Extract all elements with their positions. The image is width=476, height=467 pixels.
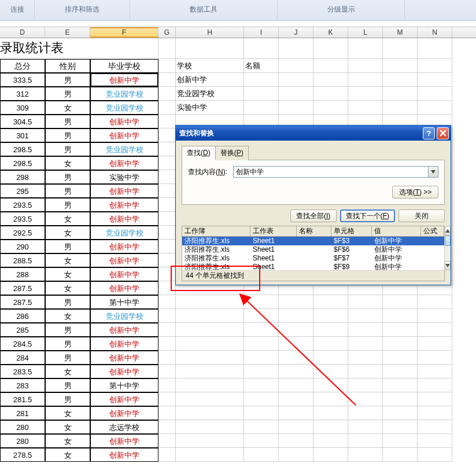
cell[interactable] <box>244 434 279 448</box>
cell[interactable] <box>313 87 348 101</box>
cell[interactable]: 第十中学 <box>90 295 158 309</box>
dialog-titlebar[interactable]: 查找和替换 ? <box>176 126 451 141</box>
cell[interactable] <box>158 267 176 281</box>
cell[interactable] <box>313 351 348 365</box>
cell[interactable] <box>158 392 176 406</box>
cell[interactable] <box>313 309 348 323</box>
result-row[interactable]: 济阳推荐生.xlsSheet1$F$6创新中学 <box>182 245 444 254</box>
cell[interactable] <box>418 38 452 59</box>
cell[interactable] <box>383 87 418 101</box>
cell[interactable]: 创新中学 <box>90 448 158 462</box>
cell[interactable]: 284 <box>0 351 45 365</box>
cell[interactable] <box>383 392 418 406</box>
cell[interactable]: 创新中学 <box>90 73 158 87</box>
cell[interactable]: 男 <box>45 142 90 156</box>
cell[interactable] <box>279 448 313 462</box>
ribbon-group[interactable]: 排序和筛选 <box>35 0 130 20</box>
cell[interactable] <box>279 420 313 434</box>
cell[interactable]: 290 <box>0 240 45 253</box>
cell[interactable]: 创新中学 <box>90 323 158 337</box>
cell[interactable] <box>176 420 244 434</box>
cell[interactable] <box>348 38 383 59</box>
cell[interactable] <box>176 365 244 378</box>
results-column-header[interactable]: 工作表 <box>250 226 297 237</box>
cell[interactable] <box>348 323 383 337</box>
cell[interactable]: 298.5 <box>0 142 45 156</box>
help-icon[interactable]: ? <box>423 127 435 139</box>
cell[interactable]: 男 <box>45 128 90 142</box>
cell[interactable]: 女 <box>45 267 90 281</box>
cell[interactable]: 283 <box>0 378 45 392</box>
cell[interactable] <box>158 253 176 267</box>
cell[interactable] <box>383 406 418 420</box>
column-header-H[interactable]: H <box>176 27 244 38</box>
result-row[interactable]: 济阳推荐生.xlsSheet1$F$7创新中学 <box>182 254 444 263</box>
results-column-header[interactable]: 名称 <box>297 226 331 237</box>
cell[interactable]: 男 <box>45 87 90 101</box>
cell[interactable]: 298.5 <box>0 156 45 170</box>
cell[interactable]: 创新中学 <box>90 115 158 128</box>
cell[interactable] <box>176 378 244 392</box>
cell[interactable] <box>313 101 348 115</box>
cell[interactable] <box>158 281 176 295</box>
cell[interactable] <box>383 101 418 115</box>
cell[interactable] <box>158 420 176 434</box>
cell[interactable]: 竞业园学校 <box>90 309 158 323</box>
cell[interactable] <box>158 170 176 184</box>
cell[interactable] <box>348 365 383 378</box>
cell[interactable] <box>158 87 176 101</box>
cell[interactable] <box>348 73 383 87</box>
cell[interactable]: 实验中学 <box>90 170 158 184</box>
cell[interactable] <box>313 38 348 59</box>
cell[interactable] <box>383 420 418 434</box>
cell[interactable] <box>158 128 176 142</box>
cell[interactable] <box>279 59 313 73</box>
find-next-button[interactable]: 查找下一个(F) <box>340 209 395 222</box>
cell[interactable]: 女 <box>45 226 90 240</box>
cell[interactable]: 292.5 <box>0 226 45 240</box>
cell[interactable] <box>313 392 348 406</box>
cell[interactable] <box>158 448 176 462</box>
cell[interactable]: 283.5 <box>0 365 45 378</box>
cell[interactable] <box>348 351 383 365</box>
cell[interactable] <box>418 309 452 323</box>
cell[interactable] <box>348 434 383 448</box>
cell[interactable] <box>279 392 313 406</box>
cell[interactable] <box>418 59 452 73</box>
cell[interactable] <box>244 406 279 420</box>
cell[interactable] <box>176 406 244 420</box>
cell[interactable] <box>383 378 418 392</box>
cell[interactable]: 女 <box>45 281 90 295</box>
cell[interactable] <box>348 309 383 323</box>
cell[interactable]: 创新中学 <box>90 212 158 226</box>
cell[interactable] <box>158 337 176 351</box>
cell[interactable]: 298 <box>0 170 45 184</box>
results-body[interactable]: 济阳推荐生.xlsSheet1$F$3创新中学济阳推荐生.xlsSheet1$F… <box>182 237 444 270</box>
cell[interactable] <box>158 434 176 448</box>
cell[interactable] <box>279 337 313 351</box>
scroll-down-icon[interactable] <box>445 261 451 270</box>
cell[interactable] <box>244 38 279 59</box>
options-button[interactable]: 选项(T) >> <box>392 186 438 198</box>
side-header[interactable]: 学校 <box>176 59 244 73</box>
cell[interactable] <box>418 337 452 351</box>
cell[interactable] <box>244 448 279 462</box>
cell[interactable] <box>383 309 418 323</box>
cell[interactable]: 竞业园学校 <box>90 226 158 240</box>
cell[interactable]: 278.5 <box>0 448 45 462</box>
find-all-button[interactable]: 查找全部(I) <box>290 209 337 222</box>
cell[interactable]: 293.5 <box>0 198 45 212</box>
cell[interactable] <box>158 73 176 87</box>
cell[interactable]: 女 <box>45 448 90 462</box>
cell[interactable] <box>348 337 383 351</box>
cell[interactable] <box>313 378 348 392</box>
cell[interactable]: 创新中学 <box>90 406 158 420</box>
cell[interactable] <box>158 156 176 170</box>
cell[interactable]: 创新中学 <box>90 240 158 253</box>
cell[interactable]: 竞业园学校 <box>90 142 158 156</box>
column-header-L[interactable]: L <box>348 27 383 38</box>
cell[interactable]: 293.5 <box>0 212 45 226</box>
cell[interactable] <box>244 87 279 101</box>
column-header-J[interactable]: J <box>279 27 313 38</box>
cell[interactable]: 第十中学 <box>90 378 158 392</box>
